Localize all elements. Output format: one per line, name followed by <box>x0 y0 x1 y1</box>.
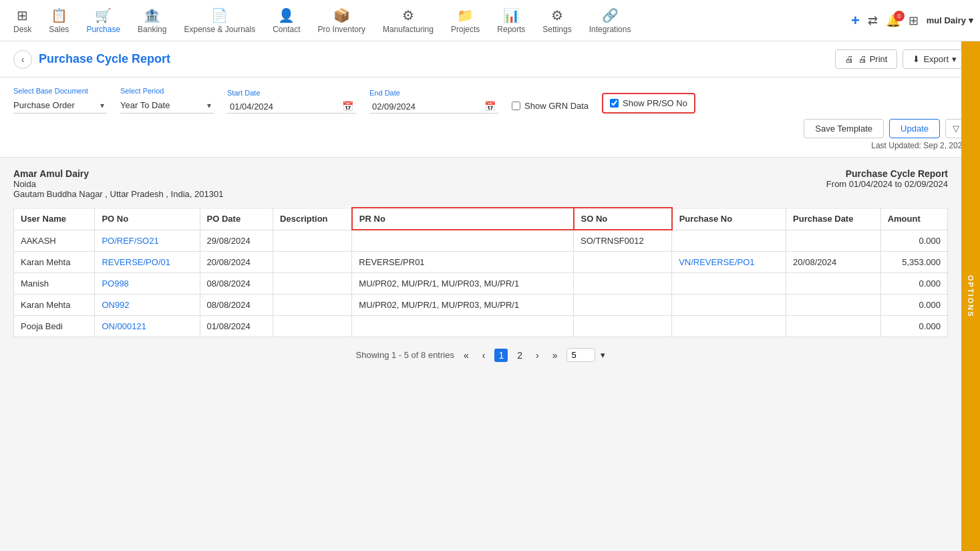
export-chevron-icon: ▾ <box>952 54 957 64</box>
top-nav: ⊞ Desk 📋 Sales 🛒 Purchase 🏦 Banking 📄 Ex… <box>0 0 980 41</box>
cell-pr-no: MU/PR02, MU/PR/1, MU/PR03, MU/PR/1 <box>352 295 574 316</box>
manufacturing-icon: ⚙ <box>402 7 414 23</box>
nav-label-integrations: Integrations <box>589 25 631 34</box>
po-no-link[interactable]: ON/000121 <box>102 321 146 331</box>
print-icon: 🖨 <box>845 54 854 64</box>
pagination-row: Showing 1 - 5 of 8 entries « ‹ 1 2 › » 5… <box>13 348 948 362</box>
notification-badge: 0 <box>894 11 905 21</box>
back-button[interactable]: ‹ <box>13 50 32 69</box>
cell-amount: 0.000 <box>880 295 947 316</box>
prev-page-button[interactable]: ‹ <box>478 349 490 362</box>
end-date-input-wrap: 📅 <box>369 100 498 114</box>
integrations-icon: 🔗 <box>602 7 619 23</box>
po-no-link[interactable]: REVERSE/PO/01 <box>102 257 170 267</box>
start-date-calendar-icon[interactable]: 📅 <box>342 101 353 112</box>
report-header: Amar Amul Dairy Noida Gautam Buddha Naga… <box>13 168 948 199</box>
nav-item-reports[interactable]: 📊 Reports <box>490 3 532 38</box>
nav-item-pro-inventory[interactable]: 📦 Pro Inventory <box>311 3 372 38</box>
show-prso-group: Show PR/SO No <box>602 93 695 114</box>
table-row: Pooja Bedi ON/000121 01/08/2024 0.000 <box>14 316 948 337</box>
base-doc-select[interactable]: Purchase Order <box>13 98 107 114</box>
export-button[interactable]: ⬇ Export ▾ <box>903 49 967 69</box>
expense-icon: 📄 <box>211 7 228 23</box>
po-no-link[interactable]: PO/REF/SO21 <box>102 236 158 246</box>
grid-button[interactable]: ⊞ <box>909 13 919 28</box>
banking-icon: 🏦 <box>144 7 160 23</box>
report-title: Purchase Cycle Report <box>826 168 948 179</box>
base-doc-select-wrapper: Purchase Order <box>13 98 107 114</box>
start-date-input-wrap: 📅 <box>227 100 356 114</box>
page-2-button[interactable]: 2 <box>513 349 526 362</box>
nav-item-purchase[interactable]: 🛒 Purchase <box>79 3 127 38</box>
report-table: User Name PO No PO Date Description PR N… <box>13 207 948 337</box>
period-select[interactable]: Year To Date Year Date <box>120 98 214 114</box>
add-button[interactable]: + <box>851 12 860 29</box>
end-date-calendar-icon[interactable]: 📅 <box>484 101 496 112</box>
table-body: AAKASH PO/REF/SO21 29/08/2024 SO/TRNSF00… <box>14 230 948 337</box>
nav-item-integrations[interactable]: 🔗 Integrations <box>583 3 638 38</box>
desk-icon: ⊞ <box>17 7 28 23</box>
notifications-button[interactable]: 🔔 0 <box>886 13 901 28</box>
nav-item-manufacturing[interactable]: ⚙ Manufacturing <box>376 3 440 38</box>
nav-label-sales: Sales <box>49 25 69 34</box>
first-page-button[interactable]: « <box>460 349 473 362</box>
table-row: Karan Mehta ON992 08/08/2024 MU/PR02, MU… <box>14 295 948 316</box>
nav-item-projects[interactable]: 📁 Projects <box>444 3 486 38</box>
show-grn-label[interactable]: Show GRN Data <box>524 101 589 111</box>
cell-po-no: PO/REF/SO21 <box>95 230 200 252</box>
table-header-row: User Name PO No PO Date Description PR N… <box>14 208 948 230</box>
col-pr-no: PR No <box>352 208 574 230</box>
nav-item-expense[interactable]: 📄 Expense & Journals <box>177 3 262 38</box>
page-header: ‹ Purchase Cycle Report 🖨 🖨 Print ⬇ Expo… <box>0 41 980 77</box>
print-button[interactable]: 🖨 🖨 Print <box>835 49 897 69</box>
cell-purchase-no <box>672 295 786 316</box>
update-button[interactable]: Update <box>889 119 940 138</box>
cell-amount: 0.000 <box>880 230 947 252</box>
company-selector[interactable]: mul Dairy ▾ <box>927 15 973 25</box>
cell-so-no <box>574 252 672 273</box>
table-row: Manish PO998 08/08/2024 MU/PR02, MU/PR/1… <box>14 273 948 295</box>
nav-item-settings[interactable]: ⚙ Settings <box>536 3 578 38</box>
options-sidebar[interactable]: OPTIONS <box>961 41 980 373</box>
show-prso-checkbox[interactable] <box>610 99 619 108</box>
col-amount: Amount <box>880 208 947 230</box>
nav-label-pro-inventory: Pro Inventory <box>318 25 365 34</box>
cell-po-no: ON992 <box>95 295 200 316</box>
nav-item-sales[interactable]: 📋 Sales <box>42 3 75 38</box>
showing-text: Showing 1 - 5 of 8 entries <box>356 350 454 360</box>
reports-icon: 📊 <box>503 7 520 23</box>
col-description: Description <box>273 208 352 230</box>
po-no-link[interactable]: PO998 <box>102 279 128 289</box>
last-page-button[interactable]: » <box>548 349 562 362</box>
page-header-left: ‹ Purchase Cycle Report <box>13 50 170 69</box>
per-page-select[interactable]: 5 10 25 50 <box>566 348 595 362</box>
cell-user-name: Manish <box>14 273 95 295</box>
purchase-no-link[interactable]: VN/REVERSE/PO1 <box>679 257 754 267</box>
company-title: Amar Amul Dairy <box>13 168 223 179</box>
transfer-button[interactable]: ⇄ <box>868 13 878 28</box>
nav-item-contact[interactable]: 👤 Contact <box>266 3 307 38</box>
nav-item-desk[interactable]: ⊞ Desk <box>7 3 38 38</box>
po-no-link[interactable]: ON992 <box>102 300 129 310</box>
nav-item-banking[interactable]: 🏦 Banking <box>131 3 173 38</box>
cell-purchase-date <box>786 295 881 316</box>
next-page-button[interactable]: › <box>532 349 543 362</box>
base-doc-label: Select Base Document <box>13 87 107 95</box>
show-grn-checkbox[interactable] <box>512 102 520 110</box>
show-prso-label[interactable]: Show PR/SO No <box>623 98 687 108</box>
cell-purchase-date <box>786 273 881 295</box>
per-page-chevron-icon: ▾ <box>601 350 605 360</box>
cell-description <box>273 230 352 252</box>
start-date-input[interactable] <box>230 102 342 112</box>
save-template-button[interactable]: Save Template <box>804 119 884 138</box>
table-row: Karan Mehta REVERSE/PO/01 20/08/2024 REV… <box>14 252 948 273</box>
cell-purchase-no: VN/REVERSE/PO1 <box>672 252 786 273</box>
page-1-button[interactable]: 1 <box>494 349 508 362</box>
cell-pr-no <box>352 316 574 337</box>
filter-panel: Select Base Document Purchase Order Sele… <box>0 77 980 158</box>
cell-purchase-no <box>672 273 786 295</box>
nav-label-desk: Desk <box>13 25 31 34</box>
end-date-input[interactable] <box>372 102 484 112</box>
cell-so-no: SO/TRNSF0012 <box>574 230 672 252</box>
cell-po-date: 29/08/2024 <box>200 230 273 252</box>
